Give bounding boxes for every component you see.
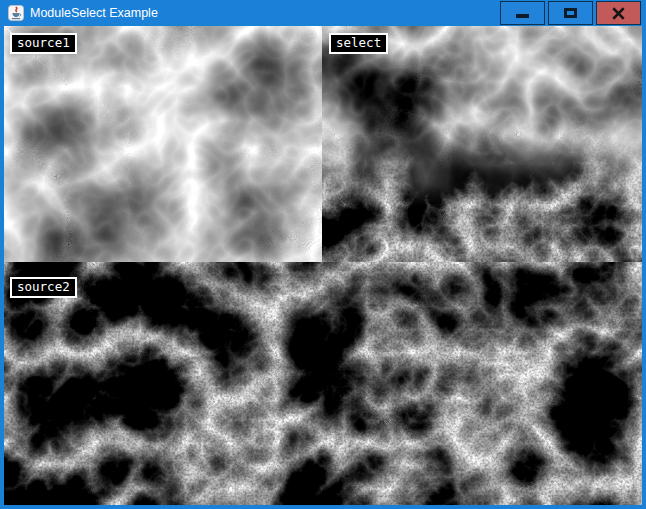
- source2-caption: source2: [10, 277, 77, 298]
- source1-noise-image: [4, 26, 322, 262]
- titlebar[interactable]: ModuleSelect Example: [0, 0, 646, 26]
- close-x-icon: [612, 7, 625, 20]
- minimize-dash-icon: [516, 14, 529, 18]
- source1-caption: source1: [10, 33, 77, 54]
- render-canvas: source1 select source2: [4, 26, 642, 505]
- java-coffee-cup-icon[interactable]: [8, 5, 24, 21]
- maximize-button[interactable]: [548, 1, 593, 25]
- select-noise-grain-overlay: [304, 122, 642, 262]
- maximize-square-icon: [564, 8, 577, 18]
- select-caption: select: [329, 33, 388, 54]
- minimize-button[interactable]: [500, 1, 545, 25]
- source2-noise-image: [4, 262, 642, 505]
- app-window: ModuleSelect Example: [0, 0, 646, 509]
- window-title: ModuleSelect Example: [30, 0, 158, 26]
- close-button[interactable]: [596, 1, 641, 25]
